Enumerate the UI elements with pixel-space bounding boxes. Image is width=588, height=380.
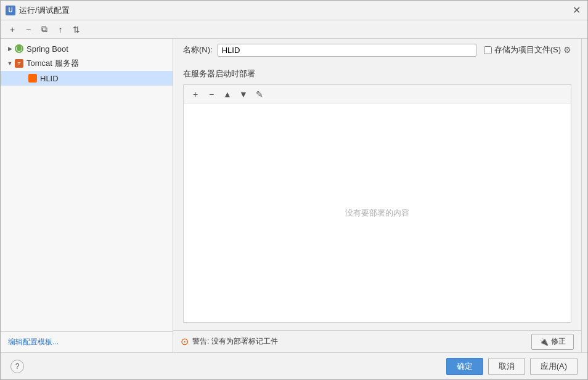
deploy-section: 在服务器启动时部署 + − ▲ ▼ ✎ 没有要部署的内容	[173, 61, 581, 330]
confirm-button[interactable]: 确定	[446, 358, 483, 375]
tomcat-icon: T	[14, 59, 24, 68]
tomcat-label: Tomcat 服务器	[27, 58, 79, 69]
sidebar: ▶ Spring Boot ▼ T Tomcat 服务器	[1, 39, 173, 352]
apply-button[interactable]: 应用(A)	[530, 358, 578, 375]
copy-config-button[interactable]: ⧉	[38, 23, 51, 36]
dialog-icon: U	[6, 6, 15, 15]
sort-config-button[interactable]: ⇅	[70, 23, 83, 36]
moveup-config-button[interactable]: ↑	[54, 23, 67, 36]
help-button[interactable]: ?	[10, 360, 24, 373]
deploy-edit-button[interactable]: ✎	[253, 87, 266, 101]
gear-icon[interactable]: ⚙	[563, 45, 571, 55]
sidebar-item-hlid[interactable]: HLID	[1, 71, 173, 86]
fix-icon: 🔌	[539, 338, 549, 346]
spring-boot-arrow: ▶	[6, 44, 14, 53]
add-config-button[interactable]: +	[6, 23, 19, 36]
deploy-up-button[interactable]: ▲	[221, 87, 234, 101]
fix-label: 修正	[551, 336, 566, 347]
deploy-down-button[interactable]: ▼	[237, 87, 250, 101]
sidebar-item-spring-boot[interactable]: ▶ Spring Boot	[1, 41, 173, 56]
spring-boot-label: Spring Boot	[27, 44, 68, 54]
spring-boot-icon	[14, 44, 24, 54]
save-project-label: 存储为项目文件(S)	[494, 44, 561, 55]
name-input[interactable]	[218, 44, 476, 57]
warning-bar: ⊙ 警告: 没有为部署标记工件 🔌 修正	[173, 330, 581, 352]
name-label: 名称(N):	[183, 44, 213, 55]
edit-template-link[interactable]: 编辑配置模板...	[8, 338, 59, 346]
title-bar-left: U 运行/调试配置	[6, 5, 70, 16]
config-tree: ▶ Spring Boot ▼ T Tomcat 服务器	[1, 39, 173, 331]
empty-label: 没有要部署的内容	[345, 208, 409, 219]
deploy-toolbar: + − ▲ ▼ ✎	[184, 85, 571, 103]
save-project-checkbox[interactable]	[484, 46, 492, 54]
sidebar-item-tomcat[interactable]: ▼ T Tomcat 服务器	[1, 56, 173, 71]
hlid-icon	[28, 73, 38, 83]
dialog-title: 运行/调试配置	[19, 5, 70, 16]
right-content: 名称(N): 存储为项目文件(S) ⚙ 在服务器启动时部署	[173, 39, 581, 352]
hlid-arrow	[19, 74, 28, 83]
bottom-bar: ? 确定 取消 应用(A)	[1, 352, 587, 379]
deploy-empty-text: 没有要部署的内容	[184, 103, 571, 322]
right-main: 名称(N): 存储为项目文件(S) ⚙ 在服务器启动时部署	[173, 39, 587, 352]
tomcat-arrow: ▼	[6, 59, 14, 68]
cancel-button[interactable]: 取消	[488, 358, 525, 375]
hlid-label: HLID	[40, 74, 59, 83]
deploy-remove-button[interactable]: −	[205, 87, 218, 101]
remove-config-button[interactable]: −	[22, 23, 35, 36]
save-project-area: 存储为项目文件(S) ⚙	[484, 44, 571, 55]
warning-text: 警告: 没有为部署标记工件	[192, 336, 528, 347]
warning-icon: ⊙	[181, 336, 189, 347]
deploy-add-button[interactable]: +	[189, 87, 202, 101]
title-bar: U 运行/调试配置 ✕	[1, 1, 587, 20]
deploy-section-title: 在服务器启动时部署	[183, 68, 571, 79]
fix-button[interactable]: 🔌 修正	[531, 334, 574, 350]
deploy-box: + − ▲ ▼ ✎ 没有要部署的内容	[183, 84, 571, 323]
main-toolbar: + − ⧉ ↑ ⇅	[1, 20, 587, 39]
close-button[interactable]: ✕	[570, 4, 582, 17]
name-field-wrap	[218, 44, 476, 56]
sidebar-bottom: 编辑配置模板...	[1, 331, 173, 352]
run-debug-dialog: U 运行/调试配置 ✕ + − ⧉ ↑ ⇅ ▶ Spring Boot	[0, 0, 588, 380]
right-scrollbar[interactable]	[581, 39, 587, 352]
name-row: 名称(N): 存储为项目文件(S) ⚙	[173, 39, 581, 61]
main-content: ▶ Spring Boot ▼ T Tomcat 服务器	[1, 39, 587, 352]
